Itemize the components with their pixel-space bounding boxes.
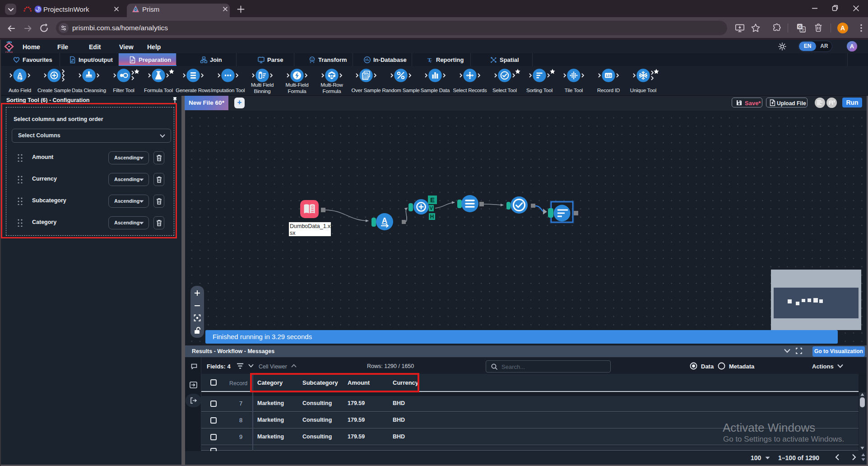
svg-text:sx: sx [290,230,296,236]
svg-text:r: r [430,59,432,64]
svg-text:E: E [430,196,435,204]
svg-text:PRISM: PRISM [5,51,13,53]
svg-text:123: 123 [605,74,612,78]
svg-text:V: V [430,205,433,211]
svg-text:P: P [131,59,134,63]
svg-text:文: 文 [801,28,805,32]
svg-text:DumboData_1.xl: DumboData_1.xl [290,223,332,229]
svg-text:H: H [430,214,434,220]
svg-text:A: A [382,216,387,225]
svg-text:A: A [18,71,23,79]
